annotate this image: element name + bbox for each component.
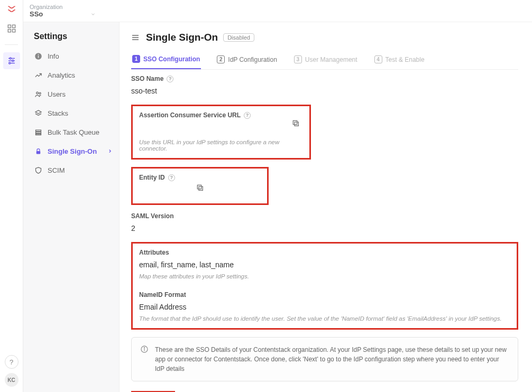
info-icon bbox=[34, 52, 42, 60]
step-number: 2 bbox=[217, 55, 225, 63]
step-number: 3 bbox=[294, 55, 302, 63]
shield-icon bbox=[34, 166, 42, 174]
field-label-text: Assertion Consumer Service URL bbox=[139, 111, 241, 119]
svg-rect-19 bbox=[36, 151, 40, 154]
field-hint: Map these attributes in your IdP setting… bbox=[139, 269, 510, 279]
tabs: 1 SSO Configuration 2 IdP Configuration … bbox=[131, 51, 518, 70]
svg-rect-1 bbox=[12, 25, 15, 27]
help-icon[interactable]: ? bbox=[167, 76, 173, 82]
help-icon[interactable]: ? bbox=[5, 355, 19, 369]
sidebar-item-label: SCIM bbox=[48, 166, 65, 174]
field-label-text: SAML Version bbox=[131, 212, 173, 220]
page-title: Single Sign-On bbox=[146, 32, 218, 43]
sidebar-title: Settings bbox=[23, 32, 119, 46]
sidebar-item-analytics[interactable]: Analytics bbox=[23, 66, 119, 85]
divider bbox=[5, 44, 19, 45]
lock-icon bbox=[34, 147, 42, 155]
left-rail: ? KC bbox=[0, 0, 23, 392]
info-icon bbox=[140, 345, 149, 374]
svg-rect-26 bbox=[197, 185, 201, 189]
svg-point-13 bbox=[36, 92, 38, 94]
org-selector[interactable]: SSo bbox=[30, 10, 96, 18]
field-attributes-nameid: Attributes email, first_name, last_name … bbox=[131, 242, 518, 330]
svg-point-7 bbox=[12, 60, 13, 62]
field-label-text: Entity ID bbox=[139, 174, 165, 181]
sso-name-value: sso-test bbox=[131, 82, 518, 95]
svg-point-29 bbox=[144, 348, 144, 348]
field-label-text: SSO Name bbox=[131, 75, 163, 82]
org-label: Organization bbox=[30, 4, 96, 10]
sidebar-item-bulk-task[interactable]: Bulk Task Queue bbox=[23, 123, 119, 142]
help-icon[interactable]: ? bbox=[168, 174, 175, 181]
org-name: SSo bbox=[30, 10, 43, 18]
field-saml-version: SAML Version 2 bbox=[131, 212, 518, 232]
tab-sso-config[interactable]: 1 SSO Configuration bbox=[131, 51, 201, 69]
copy-icon[interactable] bbox=[196, 183, 204, 192]
svg-point-12 bbox=[38, 54, 39, 55]
tab-label: Test & Enable bbox=[386, 56, 425, 63]
field-hint: Use this URL in your IdP settings to con… bbox=[139, 135, 303, 152]
status-badge: Disabled bbox=[223, 33, 254, 42]
users-icon bbox=[34, 90, 42, 98]
field-sso-name: SSO Name ? sso-test bbox=[131, 75, 518, 95]
tab-user-mgmt[interactable]: 3 User Management bbox=[293, 51, 359, 69]
sidebar-item-label: Info bbox=[48, 52, 59, 60]
sidebar-item-label: Single Sign-On bbox=[48, 147, 97, 155]
svg-rect-16 bbox=[35, 130, 41, 132]
svg-point-9 bbox=[8, 62, 10, 64]
logo-icon bbox=[6, 3, 17, 15]
tab-label: User Management bbox=[305, 56, 357, 63]
info-box: These are the SSO Details of your Conten… bbox=[131, 337, 518, 381]
svg-rect-17 bbox=[35, 132, 41, 133]
sidebar-item-sso[interactable]: Single Sign-On bbox=[23, 142, 119, 161]
svg-marker-15 bbox=[35, 110, 41, 113]
svg-point-14 bbox=[39, 92, 41, 94]
svg-rect-18 bbox=[35, 134, 41, 135]
settings-sidebar: Settings Info Analytics bbox=[23, 22, 120, 392]
dashboard-icon[interactable] bbox=[3, 20, 20, 37]
tab-label: IdP Configuration bbox=[228, 56, 277, 63]
svg-rect-25 bbox=[199, 186, 203, 190]
help-icon[interactable]: ? bbox=[244, 112, 251, 119]
chevron-down-icon bbox=[90, 12, 96, 17]
menu-icon[interactable] bbox=[131, 33, 141, 42]
sidebar-item-users[interactable]: Users bbox=[23, 85, 119, 104]
sidebar-item-label: Users bbox=[48, 90, 66, 98]
svg-rect-23 bbox=[295, 122, 298, 126]
sidebar-item-stacks[interactable]: Stacks bbox=[23, 104, 119, 123]
tab-test-enable[interactable]: 4 Test & Enable bbox=[373, 51, 426, 69]
queue-icon bbox=[34, 128, 42, 136]
analytics-icon bbox=[34, 71, 42, 79]
stacks-icon bbox=[34, 109, 42, 117]
svg-rect-3 bbox=[12, 30, 15, 32]
sidebar-item-label: Stacks bbox=[48, 109, 68, 117]
copy-icon[interactable] bbox=[291, 119, 300, 127]
field-hint: The format that the IdP should use to id… bbox=[139, 311, 510, 322]
step-number: 4 bbox=[374, 55, 382, 63]
field-label-text: Attributes bbox=[139, 249, 169, 256]
info-text: These are the SSO Details of your Conten… bbox=[155, 345, 509, 374]
tab-idp-config[interactable]: 2 IdP Configuration bbox=[216, 51, 278, 69]
chevron-right-icon bbox=[107, 148, 113, 154]
sidebar-item-info[interactable]: Info bbox=[23, 46, 119, 66]
tab-label: SSO Configuration bbox=[143, 55, 200, 63]
settings-sliders-icon[interactable] bbox=[3, 52, 20, 69]
sidebar-item-scim[interactable]: SCIM bbox=[23, 161, 119, 180]
step-number: 1 bbox=[132, 55, 140, 63]
nameid-value: Email Address bbox=[139, 298, 510, 311]
svg-point-5 bbox=[10, 58, 11, 59]
attributes-value: email, first_name, last_name bbox=[139, 256, 510, 269]
field-entity-id: Entity ID ? bbox=[131, 167, 269, 205]
svg-rect-24 bbox=[293, 120, 297, 124]
topbar: Organization SSo bbox=[23, 0, 532, 22]
sidebar-item-label: Analytics bbox=[48, 71, 75, 79]
content-area: Single Sign-On Disabled 1 SSO Configurat… bbox=[120, 22, 532, 392]
sidebar-item-label: Bulk Task Queue bbox=[48, 128, 99, 136]
field-acs-url: Assertion Consumer Service URL ? Use thi… bbox=[131, 105, 311, 160]
field-label-text: NameID Format bbox=[139, 291, 186, 298]
avatar[interactable]: KC bbox=[5, 373, 19, 387]
saml-value: 2 bbox=[131, 220, 518, 232]
svg-rect-11 bbox=[38, 55, 38, 58]
svg-rect-2 bbox=[8, 30, 11, 32]
svg-rect-0 bbox=[8, 25, 11, 27]
